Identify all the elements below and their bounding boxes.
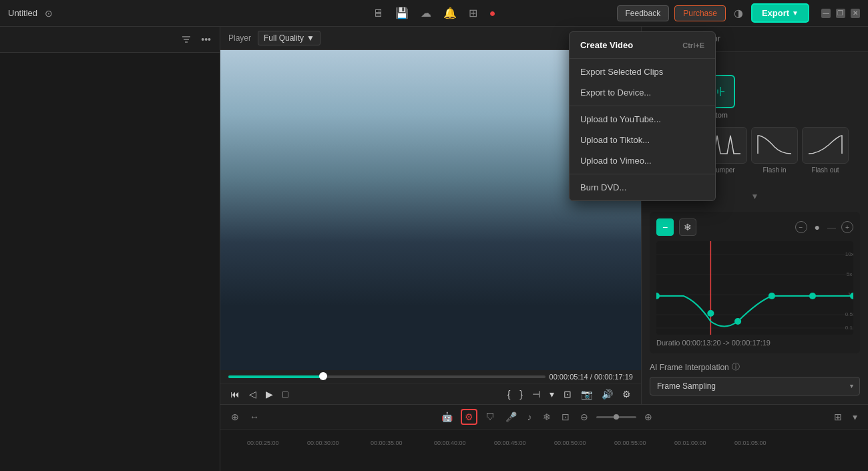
curve-minus-range[interactable]: − xyxy=(795,221,807,233)
title-bar: Untitled ⊙ 🖥 💾 ☁ 🔔 ⊞ ● Feedback Purchase… xyxy=(0,0,868,27)
sidebar-toolbar: ••• xyxy=(0,27,220,53)
cloud-icon[interactable]: ☁ xyxy=(418,4,434,22)
curve-svg: 10x 5x 1x 0.5x 0.1x xyxy=(656,241,853,335)
duration-text: Duratio 00:00:13:20 -> 00:00:17:19 xyxy=(656,339,853,347)
close-button[interactable]: ✕ xyxy=(851,9,860,18)
timeline-screen-icon[interactable]: ⊡ xyxy=(559,410,572,424)
clip-button[interactable]: ⊣ xyxy=(530,387,542,402)
dropdown-upload-vimeo[interactable]: Upload to Vimeo... xyxy=(570,150,715,171)
quality-value: Full Quality xyxy=(264,33,304,43)
dropdown-upload-youtube[interactable]: Upload to YouTube... xyxy=(570,109,715,130)
timeline-plus-icon[interactable]: ⊕ xyxy=(642,410,655,424)
stop-button[interactable]: □ xyxy=(280,387,290,402)
ai-frame-select[interactable]: Frame Sampling Optical Flow xyxy=(650,377,860,396)
snapshot-btn[interactable]: ⊡ xyxy=(562,387,574,402)
upload-tiktok-label: Upload to Tiktok... xyxy=(580,135,650,145)
current-time: 00:00:05:14 xyxy=(550,373,588,381)
player-label: Player xyxy=(228,33,251,43)
quality-select[interactable]: Full Quality ▼ xyxy=(258,31,320,45)
screenshot-button[interactable]: 📷 xyxy=(579,387,594,402)
feedback-button[interactable]: Feedback xyxy=(617,5,670,21)
title-bar-center: 🖥 💾 ☁ 🔔 ⊞ ● xyxy=(292,4,576,22)
dropdown-burn-dvd[interactable]: Burn DVD... xyxy=(570,177,715,198)
timeline-ruler: 00:00:25:00 00:00:30:00 00:00:35:00 00:0… xyxy=(220,430,868,446)
progress-bar[interactable] xyxy=(228,375,546,378)
mark-out-button[interactable]: } xyxy=(517,387,525,402)
timeline-snowflake-icon[interactable]: ❄ xyxy=(540,410,554,424)
total-time: 00:00:17:19 xyxy=(594,373,633,381)
ruler-ts-4: 00:00:40:00 xyxy=(434,440,466,446)
timeline-mic-icon[interactable]: 🎤 xyxy=(503,410,519,424)
ruler-ts-9: 00:01:05:00 xyxy=(734,440,767,446)
timeline-more-icon[interactable]: ▾ xyxy=(850,410,860,424)
save-icon[interactable]: 💾 xyxy=(393,4,411,22)
timeline-grid-icon[interactable]: ⊞ xyxy=(831,410,845,424)
svg-text:10x: 10x xyxy=(845,251,853,257)
play-button[interactable]: ▶ xyxy=(264,387,275,402)
app-title: Untitled xyxy=(8,8,37,18)
apps-icon[interactable]: ⊞ xyxy=(466,4,480,22)
frame-back-button[interactable]: ◁ xyxy=(247,387,258,402)
purchase-button[interactable]: Purchase xyxy=(674,5,726,21)
curve-snowflake-button[interactable]: ❄ xyxy=(679,218,696,236)
title-bar-left: Untitled ⊙ xyxy=(8,6,292,21)
curve-plus-range[interactable]: + xyxy=(841,221,853,233)
svg-point-50 xyxy=(809,293,816,299)
theme-icon[interactable]: ◑ xyxy=(731,4,746,22)
export-button[interactable]: Export ▼ xyxy=(751,3,809,23)
upload-vimeo-label: Upload to Vimeo... xyxy=(580,156,652,166)
svg-point-48 xyxy=(734,318,741,325)
maximize-button[interactable]: ❐ xyxy=(836,9,845,18)
record-icon[interactable]: ● xyxy=(487,5,499,22)
ruler-ts-7: 00:00:55:00 xyxy=(614,440,646,446)
ai-section: AI Frame Interpolation ⓘ Frame Sampling … xyxy=(650,361,860,396)
curve-dot: ● xyxy=(813,220,822,234)
svg-text:0.5x: 0.5x xyxy=(845,311,853,317)
monitor-icon[interactable]: 🖥 xyxy=(370,5,386,22)
curve-divider: — xyxy=(827,222,836,232)
dropdown-divider-3 xyxy=(570,174,715,174)
ruler-ts-6: 00:00:50:00 xyxy=(554,440,586,446)
curve-icon-flash-in xyxy=(751,127,798,164)
dropdown-upload-tiktok[interactable]: Upload to Tiktok... xyxy=(570,130,715,150)
title-bar-right: Feedback Purchase ◑ Export ▼ Create Vide… xyxy=(576,3,860,23)
dropdown-create-video[interactable]: Create Video Ctrl+E xyxy=(570,35,715,55)
dropdown-export-selected[interactable]: Export Selected Clips xyxy=(570,61,715,82)
progress-handle[interactable] xyxy=(319,372,327,380)
progress-fill xyxy=(228,375,323,378)
ruler-ts-1: 00:00:25:00 xyxy=(247,440,279,446)
time-display: 00:00:05:14 / 00:00:17:19 xyxy=(550,373,633,381)
curve-graph: 10x 5x 1x 0.5x 0.1x xyxy=(656,241,853,335)
timeline-shield-icon[interactable]: ⛉ xyxy=(483,410,497,424)
timeline-note-icon[interactable]: ♪ xyxy=(525,410,535,424)
dropdown-export-device[interactable]: Export to Device... xyxy=(570,82,715,103)
volume-button[interactable]: 🔊 xyxy=(600,387,615,402)
settings-button[interactable]: ⚙ xyxy=(620,387,633,402)
timeline-ripple-icon[interactable]: ⊕ xyxy=(228,410,242,424)
curve-flash-out[interactable]: Flash out xyxy=(802,127,849,181)
svg-point-47 xyxy=(656,293,660,299)
ai-select-wrapper: Frame Sampling Optical Flow xyxy=(650,377,860,396)
filter-icon[interactable] xyxy=(179,32,194,47)
timeline-area: ⊕ ↔ 🤖 ⚙ ⛉ 🎤 ♪ ❄ ⊡ ⊖ xyxy=(220,404,868,471)
title-status-icon[interactable]: ⊙ xyxy=(43,6,55,21)
more-icon[interactable]: ••• xyxy=(199,32,213,47)
player-progress-bar-area: 00:00:05:14 / 00:00:17:19 xyxy=(220,370,641,383)
ai-info-icon[interactable]: ⓘ xyxy=(732,361,740,373)
step-back-button[interactable]: ⏮ xyxy=(228,387,242,402)
ai-label: AI Frame Interpolation ⓘ xyxy=(650,361,860,373)
svg-text:5x: 5x xyxy=(847,271,853,277)
timeline-minus-icon[interactable]: ⊖ xyxy=(578,410,591,424)
clip-arrow-button[interactable]: ▾ xyxy=(548,387,556,402)
mark-in-button[interactable]: { xyxy=(505,387,513,402)
timeline-settings-icon[interactable]: ⚙ xyxy=(461,409,477,425)
bell-icon[interactable]: 🔔 xyxy=(441,4,459,22)
curve-flash-out-label: Flash out xyxy=(811,166,839,174)
minimize-button[interactable]: — xyxy=(821,9,831,18)
curve-flash-in[interactable]: Flash in xyxy=(751,127,798,181)
curve-flash-in-label: Flash in xyxy=(763,166,786,174)
curve-minus-button[interactable]: − xyxy=(656,218,674,236)
timeline-robot-icon[interactable]: 🤖 xyxy=(439,410,455,424)
timeline-zoom-slider[interactable] xyxy=(596,416,636,418)
timeline-expand-icon[interactable]: ↔ xyxy=(247,410,262,424)
